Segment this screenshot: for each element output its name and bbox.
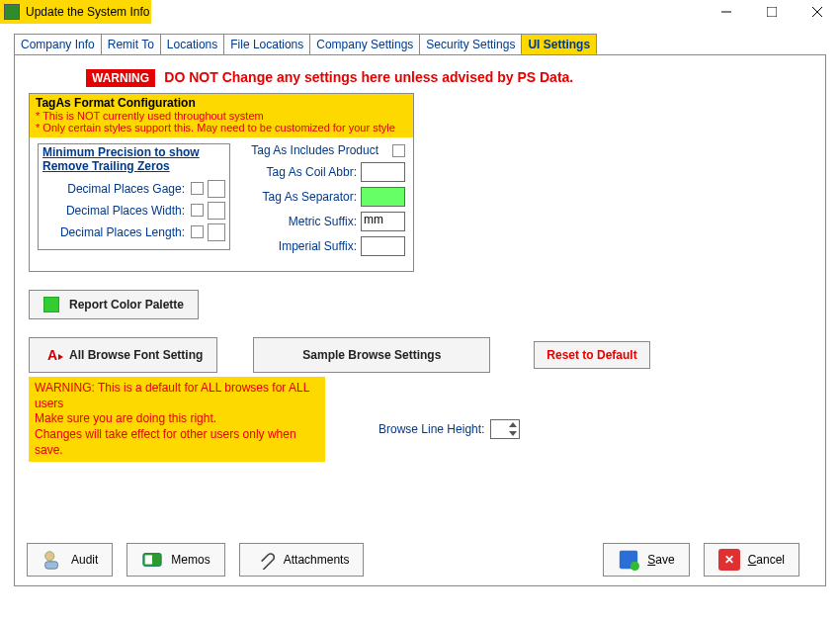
- width-label: Decimal Places Width:: [66, 204, 185, 218]
- audit-label: Audit: [71, 553, 98, 567]
- audit-icon: [42, 549, 63, 571]
- length-checkbox[interactable]: [191, 225, 204, 238]
- paperclip-icon: [254, 549, 276, 571]
- imperial-suffix-label: Imperial Suffix:: [279, 239, 357, 253]
- window-title: Update the System Info: [26, 5, 149, 19]
- reset-default-button[interactable]: Reset to Default: [534, 341, 649, 369]
- cancel-icon: ✕: [718, 549, 740, 571]
- tab-security-settings[interactable]: Security Settings: [419, 34, 522, 54]
- sample-label: Sample Browse Settings: [302, 348, 441, 362]
- precision-header2: Remove Trailing Zeros: [42, 159, 170, 173]
- metric-suffix-input[interactable]: mm: [361, 212, 405, 231]
- attachments-label: Attachments: [284, 553, 350, 567]
- includes-label: Tag As Includes Product: [251, 143, 378, 157]
- cancel-button[interactable]: ✕ Cancel: [704, 543, 799, 577]
- tab-company-info[interactable]: Company Info: [14, 34, 102, 54]
- save-icon: [618, 549, 639, 571]
- yellow-warning-box: WARNING: This is a default for ALL brows…: [29, 377, 325, 462]
- includes-checkbox[interactable]: [392, 144, 405, 157]
- warning-line: WARNING DO NOT Change any settings here …: [86, 69, 811, 85]
- all-browse-font-button[interactable]: A All Browse Font Setting: [29, 337, 217, 373]
- minimize-button[interactable]: [704, 0, 749, 24]
- report-color-palette-button[interactable]: Report Color Palette: [29, 290, 199, 319]
- svg-rect-5: [45, 562, 58, 569]
- close-button[interactable]: [795, 0, 840, 24]
- sample-browse-button[interactable]: Sample Browse Settings: [253, 337, 490, 373]
- title-bar: Update the System Info: [0, 0, 840, 24]
- width-checkbox[interactable]: [191, 204, 204, 217]
- width-input[interactable]: [208, 202, 225, 220]
- imperial-suffix-input[interactable]: [361, 236, 405, 256]
- coil-input[interactable]: [361, 162, 405, 182]
- font-icon: A: [43, 347, 61, 363]
- palette-icon: [43, 297, 59, 312]
- warning-text: DO NOT Change any settings here unless a…: [164, 69, 573, 85]
- tagas-note2: * Only certain styles support this. May …: [36, 122, 407, 133]
- svg-point-10: [630, 562, 639, 571]
- cancel-label: Cancel: [748, 553, 785, 567]
- precision-header1: Minimum Precision to show: [42, 145, 200, 159]
- tab-remit-to[interactable]: Remit To: [101, 34, 161, 54]
- browse-line-label: Browse Line Height:: [378, 422, 484, 436]
- tab-ui-settings[interactable]: UI Settings: [521, 34, 597, 54]
- length-label: Decimal Places Length:: [60, 225, 185, 239]
- memos-label: Memos: [171, 553, 210, 567]
- yellow-warn-l1: WARNING: This is a default for ALL brows…: [35, 381, 319, 411]
- precision-box: Minimum Precision to show Remove Trailin…: [38, 143, 230, 250]
- gage-input[interactable]: [208, 180, 225, 198]
- tagas-title: TagAs Format Configuration: [36, 96, 407, 110]
- separator-label: Tag As Separator:: [263, 190, 357, 204]
- memos-button[interactable]: Memos: [126, 543, 224, 577]
- tab-strip: Company Info Remit To Locations File Loc…: [14, 34, 840, 54]
- memos-icon: [141, 549, 163, 571]
- maximize-button[interactable]: [749, 0, 795, 24]
- svg-point-4: [45, 552, 54, 561]
- coil-label: Tag As Coil Abbr:: [267, 165, 357, 179]
- tab-company-settings[interactable]: Company Settings: [309, 34, 420, 54]
- tagas-group: TagAs Format Configuration * This is NOT…: [29, 93, 414, 272]
- save-button[interactable]: Save: [603, 543, 689, 577]
- palette-label: Report Color Palette: [69, 298, 184, 311]
- metric-suffix-label: Metric Suffix:: [289, 215, 357, 228]
- browse-line-input[interactable]: [490, 419, 520, 439]
- gage-checkbox[interactable]: [191, 182, 204, 195]
- bottom-bar: Audit Memos Attachments Save ✕ Cancel: [27, 540, 813, 579]
- svg-rect-7: [145, 555, 152, 564]
- separator-input[interactable]: [361, 187, 405, 207]
- tab-panel: WARNING DO NOT Change any settings here …: [14, 54, 826, 586]
- tab-file-locations[interactable]: File Locations: [223, 34, 310, 54]
- svg-rect-1: [767, 7, 777, 17]
- font-label: All Browse Font Setting: [69, 348, 203, 362]
- length-input[interactable]: [208, 223, 225, 241]
- attachments-button[interactable]: Attachments: [239, 543, 365, 577]
- app-icon: [4, 4, 20, 20]
- browse-line-height: Browse Line Height:: [378, 419, 520, 439]
- save-label: Save: [647, 553, 674, 567]
- gage-label: Decimal Places Gage:: [67, 182, 185, 196]
- warning-badge: WARNING: [86, 69, 155, 87]
- yellow-warn-l3: Changes will take effect for other users…: [35, 427, 319, 458]
- audit-button[interactable]: Audit: [27, 543, 113, 577]
- yellow-warn-l2: Make sure you are doing this right.: [35, 411, 319, 427]
- tagas-note1: * This is NOT currently used throughout …: [36, 110, 407, 122]
- tab-locations[interactable]: Locations: [160, 34, 224, 54]
- svg-rect-9: [624, 553, 634, 559]
